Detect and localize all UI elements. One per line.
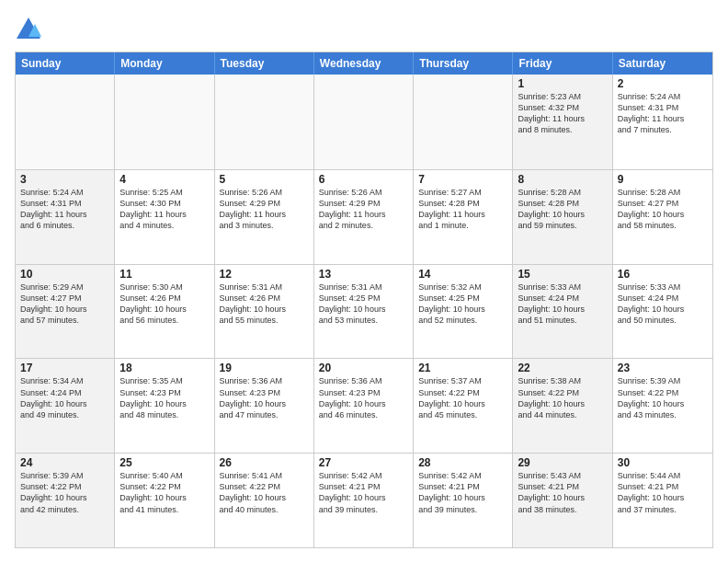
calendar-cell: 21Sunrise: 5:37 AM Sunset: 4:22 PM Dayli…	[414, 359, 513, 453]
weekday-header: Thursday	[414, 52, 513, 75]
calendar-cell: 23Sunrise: 5:39 AM Sunset: 4:22 PM Dayli…	[613, 359, 712, 453]
calendar-cell: 19Sunrise: 5:36 AM Sunset: 4:23 PM Dayli…	[215, 359, 314, 453]
calendar-cell: 1Sunrise: 5:23 AM Sunset: 4:32 PM Daylig…	[513, 75, 612, 169]
day-number: 19	[220, 362, 309, 374]
day-number: 11	[119, 268, 209, 281]
weekday-header: Friday	[513, 52, 612, 75]
calendar-cell: 27Sunrise: 5:42 AM Sunset: 4:21 PM Dayli…	[314, 454, 414, 547]
calendar-cell: 7Sunrise: 5:27 AM Sunset: 4:28 PM Daylig…	[414, 170, 513, 264]
cell-text: Sunrise: 5:31 AM Sunset: 4:25 PM Dayligh…	[319, 282, 408, 327]
day-number: 27	[319, 456, 408, 469]
day-number: 21	[418, 362, 507, 374]
cell-text: Sunrise: 5:44 AM Sunset: 4:21 PM Dayligh…	[618, 470, 708, 515]
cell-text: Sunrise: 5:42 AM Sunset: 4:21 PM Dayligh…	[418, 470, 507, 515]
cell-text: Sunrise: 5:28 AM Sunset: 4:27 PM Dayligh…	[618, 187, 708, 232]
day-number: 6	[319, 173, 408, 186]
cell-text: Sunrise: 5:30 AM Sunset: 4:26 PM Dayligh…	[119, 282, 209, 327]
calendar-cell: 11Sunrise: 5:30 AM Sunset: 4:26 PM Dayli…	[115, 265, 214, 359]
calendar-header: SundayMondayTuesdayWednesdayThursdayFrid…	[16, 52, 712, 75]
day-number: 10	[20, 268, 109, 281]
calendar-cell: 2Sunrise: 5:24 AM Sunset: 4:31 PM Daylig…	[613, 75, 712, 169]
cell-text: Sunrise: 5:32 AM Sunset: 4:25 PM Dayligh…	[418, 282, 507, 327]
cell-text: Sunrise: 5:26 AM Sunset: 4:29 PM Dayligh…	[319, 187, 408, 232]
day-number: 5	[220, 173, 309, 186]
cell-text: Sunrise: 5:35 AM Sunset: 4:23 PM Dayligh…	[119, 375, 209, 420]
calendar-cell: 17Sunrise: 5:34 AM Sunset: 4:24 PM Dayli…	[16, 359, 115, 453]
cell-text: Sunrise: 5:24 AM Sunset: 4:31 PM Dayligh…	[20, 187, 109, 232]
cell-text: Sunrise: 5:33 AM Sunset: 4:24 PM Dayligh…	[618, 282, 708, 327]
cell-text: Sunrise: 5:33 AM Sunset: 4:24 PM Dayligh…	[518, 282, 607, 327]
calendar-cell: 6Sunrise: 5:26 AM Sunset: 4:29 PM Daylig…	[314, 170, 414, 264]
day-number: 18	[119, 362, 209, 374]
day-number: 14	[418, 268, 507, 281]
day-number: 9	[618, 173, 708, 186]
calendar-row: 1Sunrise: 5:23 AM Sunset: 4:32 PM Daylig…	[16, 75, 712, 169]
calendar-cell: 15Sunrise: 5:33 AM Sunset: 4:24 PM Dayli…	[513, 265, 612, 359]
calendar-cell: 26Sunrise: 5:41 AM Sunset: 4:22 PM Dayli…	[215, 454, 314, 547]
calendar-cell	[115, 75, 214, 169]
day-number: 1	[518, 77, 607, 90]
cell-text: Sunrise: 5:41 AM Sunset: 4:22 PM Dayligh…	[220, 470, 309, 515]
day-number: 23	[618, 362, 708, 374]
day-number: 28	[418, 456, 507, 469]
day-number: 17	[20, 362, 109, 374]
day-number: 16	[618, 268, 708, 281]
calendar-row: 3Sunrise: 5:24 AM Sunset: 4:31 PM Daylig…	[16, 169, 712, 264]
calendar-cell: 5Sunrise: 5:26 AM Sunset: 4:29 PM Daylig…	[215, 170, 314, 264]
calendar-cell: 18Sunrise: 5:35 AM Sunset: 4:23 PM Dayli…	[115, 359, 214, 453]
cell-text: Sunrise: 5:23 AM Sunset: 4:32 PM Dayligh…	[518, 91, 607, 136]
cell-text: Sunrise: 5:25 AM Sunset: 4:30 PM Dayligh…	[119, 187, 209, 232]
calendar-cell: 12Sunrise: 5:31 AM Sunset: 4:26 PM Dayli…	[215, 265, 314, 359]
calendar-cell: 13Sunrise: 5:31 AM Sunset: 4:25 PM Dayli…	[314, 265, 414, 359]
cell-text: Sunrise: 5:38 AM Sunset: 4:22 PM Dayligh…	[518, 375, 607, 420]
cell-text: Sunrise: 5:29 AM Sunset: 4:27 PM Dayligh…	[20, 282, 109, 327]
day-number: 2	[618, 77, 708, 90]
cell-text: Sunrise: 5:24 AM Sunset: 4:31 PM Dayligh…	[618, 91, 708, 136]
calendar-cell: 22Sunrise: 5:38 AM Sunset: 4:22 PM Dayli…	[513, 359, 612, 453]
calendar-cell	[215, 75, 314, 169]
calendar: SundayMondayTuesdayWednesdayThursdayFrid…	[15, 52, 713, 548]
weekday-header: Tuesday	[215, 52, 314, 75]
day-number: 12	[220, 268, 309, 281]
day-number: 29	[518, 456, 607, 469]
cell-text: Sunrise: 5:28 AM Sunset: 4:28 PM Dayligh…	[518, 187, 607, 232]
cell-text: Sunrise: 5:39 AM Sunset: 4:22 PM Dayligh…	[20, 470, 109, 515]
weekday-header: Sunday	[16, 52, 115, 75]
weekday-header: Wednesday	[314, 52, 414, 75]
day-number: 15	[518, 268, 607, 281]
day-number: 30	[618, 456, 708, 469]
cell-text: Sunrise: 5:36 AM Sunset: 4:23 PM Dayligh…	[220, 375, 309, 420]
day-number: 8	[518, 173, 607, 186]
calendar-cell: 9Sunrise: 5:28 AM Sunset: 4:27 PM Daylig…	[613, 170, 712, 264]
cell-text: Sunrise: 5:39 AM Sunset: 4:22 PM Dayligh…	[618, 375, 708, 420]
weekday-header: Saturday	[613, 52, 712, 75]
calendar-row: 17Sunrise: 5:34 AM Sunset: 4:24 PM Dayli…	[16, 358, 712, 453]
calendar-cell: 28Sunrise: 5:42 AM Sunset: 4:21 PM Dayli…	[414, 454, 513, 547]
day-number: 24	[20, 456, 109, 469]
calendar-cell	[414, 75, 513, 169]
calendar-cell: 3Sunrise: 5:24 AM Sunset: 4:31 PM Daylig…	[16, 170, 115, 264]
day-number: 7	[418, 173, 507, 186]
calendar-body: 1Sunrise: 5:23 AM Sunset: 4:32 PM Daylig…	[16, 75, 712, 547]
cell-text: Sunrise: 5:43 AM Sunset: 4:21 PM Dayligh…	[518, 470, 607, 515]
cell-text: Sunrise: 5:31 AM Sunset: 4:26 PM Dayligh…	[220, 282, 309, 327]
calendar-cell	[314, 75, 414, 169]
logo-icon	[15, 15, 42, 42]
day-number: 26	[220, 456, 309, 469]
header	[15, 15, 713, 42]
cell-text: Sunrise: 5:27 AM Sunset: 4:28 PM Dayligh…	[418, 187, 507, 232]
day-number: 25	[119, 456, 209, 469]
calendar-cell: 4Sunrise: 5:25 AM Sunset: 4:30 PM Daylig…	[115, 170, 214, 264]
calendar-cell: 16Sunrise: 5:33 AM Sunset: 4:24 PM Dayli…	[613, 265, 712, 359]
day-number: 22	[518, 362, 607, 374]
day-number: 3	[20, 173, 109, 186]
day-number: 13	[319, 268, 408, 281]
calendar-cell: 14Sunrise: 5:32 AM Sunset: 4:25 PM Dayli…	[414, 265, 513, 359]
day-number: 4	[119, 173, 209, 186]
calendar-cell: 29Sunrise: 5:43 AM Sunset: 4:21 PM Dayli…	[513, 454, 612, 547]
cell-text: Sunrise: 5:34 AM Sunset: 4:24 PM Dayligh…	[20, 375, 109, 420]
cell-text: Sunrise: 5:26 AM Sunset: 4:29 PM Dayligh…	[220, 187, 309, 232]
cell-text: Sunrise: 5:36 AM Sunset: 4:23 PM Dayligh…	[319, 375, 408, 420]
calendar-cell: 24Sunrise: 5:39 AM Sunset: 4:22 PM Dayli…	[16, 454, 115, 547]
calendar-cell: 8Sunrise: 5:28 AM Sunset: 4:28 PM Daylig…	[513, 170, 612, 264]
